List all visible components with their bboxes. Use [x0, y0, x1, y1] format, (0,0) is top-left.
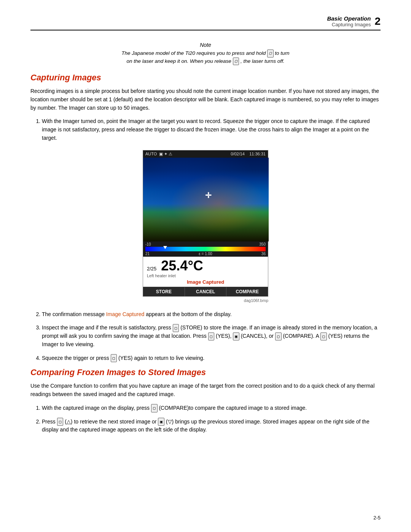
list-item: Press ▢ (△) to retrieve the next stored … [42, 418, 381, 435]
key-icon-cancel: ▣ [233, 332, 239, 340]
epsilon-label: ε = 1.00 [199, 252, 212, 256]
date-label: 0/02/14 [231, 152, 245, 156]
scale-indicator [163, 246, 167, 249]
note-text: The Japanese model of the Ti20 requires … [30, 50, 381, 65]
section1-heading: Capturing Images [30, 73, 381, 83]
compare-step1-text: With the captured image on the display, … [42, 405, 307, 411]
thermal-gradient [143, 158, 269, 241]
section1-steps: With the Imager turned on, point the Ima… [38, 117, 381, 142]
scale-bar [145, 247, 266, 251]
key-icon-store: ▢ [173, 324, 179, 332]
temp-reading-area: 2/25 25.4°C Left heater inlet Image Capt… [143, 257, 268, 287]
section2-intro: Use the Compare function to confirm that… [30, 382, 381, 398]
thermal-camera-screen: AUTO ▣ ✦ ⚠ 0/02/14 11:36:31 ✛ [143, 150, 268, 297]
key-icon-yes3: ▢ [111, 354, 117, 362]
scale-high-label: 36 [261, 252, 266, 256]
time-label: 11:36:31 [249, 152, 266, 156]
scale-min-label: -10 [145, 242, 151, 246]
section2-steps: With the captured image on the display, … [38, 404, 381, 434]
list-item: Inspect the image and if the result is s… [42, 324, 381, 348]
header-subtitle: Capturing Images [327, 22, 371, 27]
note-block: Note The Japanese model of the Ti20 requ… [30, 42, 381, 65]
header-chapter-number: 2 [374, 15, 381, 27]
crosshair-icon: ✛ [205, 192, 212, 199]
cancel-button[interactable]: CANCEL [185, 287, 227, 296]
list-item: The confirmation message Image Captured … [42, 310, 381, 319]
scale-low-label: 21 [145, 252, 150, 256]
header-right: Basic Operation Capturing Images 2 [327, 15, 381, 27]
section-comparing-images: Comparing Frozen Images to Stored Images… [30, 367, 381, 434]
scale-bottom-labels: 21 ε = 1.00 36 [145, 252, 266, 256]
highlight-image-captured: Image Captured [106, 311, 144, 317]
thermal-topbar: AUTO ▣ ✦ ⚠ 0/02/14 11:36:31 [143, 150, 268, 158]
key-icon-hold: ▢ [267, 50, 274, 58]
list-item: With the Imager turned on, point the Ima… [42, 117, 381, 142]
section2-heading: Comparing Frozen Images to Stored Images [30, 367, 381, 377]
key-icon-yes2: ▢ [320, 332, 327, 340]
page: Basic Operation Capturing Images 2 Note … [0, 0, 411, 532]
image-counter: 2/25 [147, 266, 156, 272]
key-icon-down: ▣ [158, 418, 164, 426]
step4-text: Squeeze the trigger or press ▢ (YES) aga… [42, 355, 205, 361]
step2-text: The confirmation message Image Captured … [42, 311, 232, 317]
key-icon-yes: ▢ [208, 332, 215, 340]
list-item: Squeeze the trigger or press ▢ (YES) aga… [42, 354, 381, 363]
store-button[interactable]: STORE [143, 287, 185, 296]
location-label: Left heater inlet [147, 273, 264, 278]
topbar-right: 0/02/14 11:36:31 [231, 152, 266, 156]
list-item: With the captured image on the display, … [42, 404, 381, 412]
temperature-value: 25.4°C [161, 259, 203, 273]
key-icon-compare: ▢ [275, 332, 282, 340]
header-text-block: Basic Operation Capturing Images [327, 15, 371, 27]
compare-button[interactable]: COMPARE [226, 287, 268, 296]
thermal-image-area: ✛ [143, 158, 269, 241]
section-capturing-images: Capturing Images Recording images is a s… [30, 73, 381, 362]
thermal-display-image: AUTO ▣ ✦ ⚠ 0/02/14 11:36:31 ✛ [143, 150, 268, 303]
key-icon-up: ▢ [57, 418, 64, 426]
step3-text: Inspect the image and if the result is s… [42, 324, 377, 347]
image-caption: dag106f.bmp [143, 298, 268, 303]
header-title: Basic Operation [327, 15, 371, 22]
mode-label: AUTO [145, 152, 157, 156]
key-icon-release: ▢ [233, 58, 239, 66]
page-footer: 2-5 [373, 515, 381, 521]
step1-text: With the Imager turned on, point the Ima… [42, 118, 370, 141]
topbar-left: AUTO ▣ ✦ ⚠ [145, 152, 172, 157]
note-label: Note [30, 42, 381, 48]
page-header: Basic Operation Capturing Images 2 [30, 15, 381, 30]
image-captured-label: Image Captured [147, 279, 264, 285]
scale-max-label: 350 [259, 242, 266, 246]
scale-bar-container: -10 350 21 ε = 1.00 36 [143, 241, 268, 257]
temp-row: 2/25 25.4°C [147, 259, 264, 273]
section1-steps-continued: The confirmation message Image Captured … [38, 310, 381, 363]
page-number: 2-5 [373, 515, 381, 521]
compare-step2-text: Press ▢ (△) to retrieve the next stored … [42, 419, 370, 433]
thermal-buttons-row: STORE CANCEL COMPARE [143, 287, 268, 296]
topbar-icons: ▣ ✦ ⚠ [159, 152, 172, 157]
key-icon-compare2: ▢ [151, 404, 158, 412]
section1-intro: Recording images is a simple process but… [30, 87, 381, 112]
